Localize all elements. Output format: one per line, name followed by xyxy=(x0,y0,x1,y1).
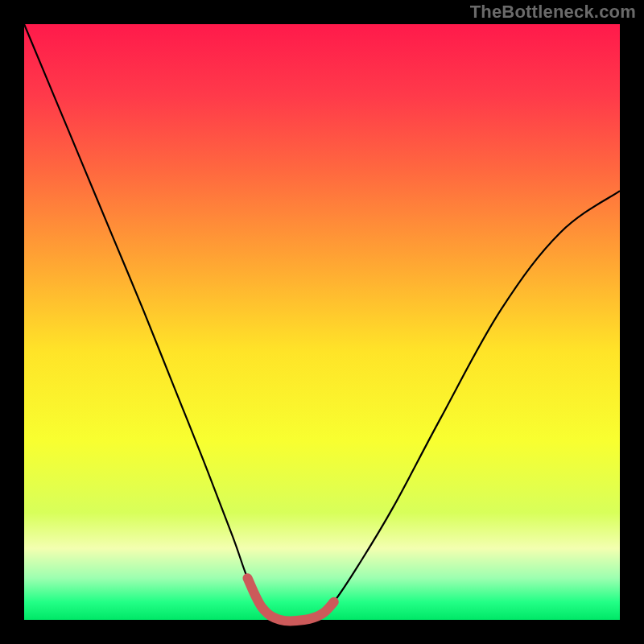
bottleneck-chart xyxy=(0,0,644,644)
chart-frame: TheBottleneck.com xyxy=(0,0,644,644)
plot-background xyxy=(24,24,620,620)
watermark-text: TheBottleneck.com xyxy=(470,2,636,23)
